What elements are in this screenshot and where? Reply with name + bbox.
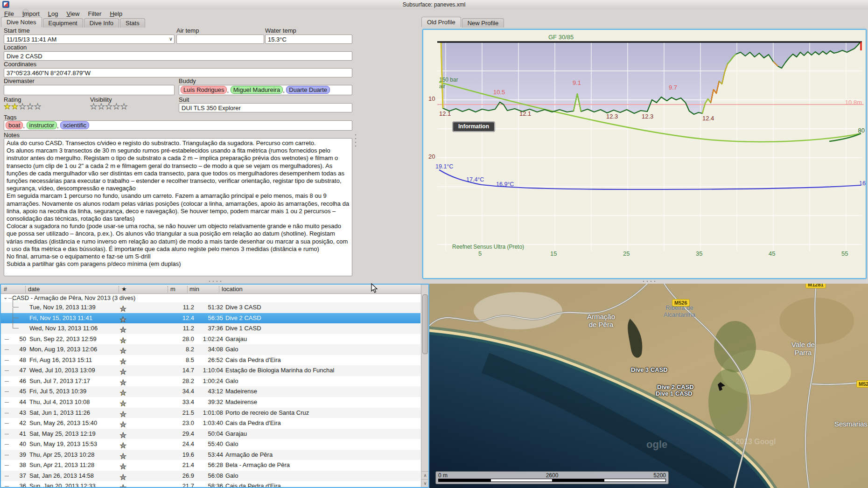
rating-stars[interactable]: ★★★★★ <box>4 102 42 112</box>
dive-date: Sun, Jan 20, 2013 12:33 <box>29 482 96 488</box>
star-icon[interactable]: ★ <box>11 102 19 111</box>
tab-stats[interactable]: Stats <box>120 18 145 28</box>
dive-row[interactable]: Tue, Nov 19, 2013 11:39 ★★★★★ 11.2 51:32… <box>1 302 420 313</box>
star-icon[interactable]: ★ <box>113 102 120 111</box>
tags-label: Tags <box>4 114 16 121</box>
tab-new-profile[interactable]: New Profile <box>462 18 504 28</box>
dive-location: Cais da Pedra d'Eira <box>225 356 281 363</box>
vertical-splitter-handle[interactable] <box>355 133 357 147</box>
dive-location: Porto de recreio de Santa Cruz <box>225 409 309 416</box>
menu-log[interactable]: Log <box>44 9 63 18</box>
star-icon[interactable]: ★ <box>27 102 34 111</box>
visibility-stars[interactable]: ★★★★★ <box>90 102 128 112</box>
dive-list[interactable]: # date ★ m min location ⌄ CASD - Armação… <box>0 284 429 488</box>
tab-old-profile[interactable]: Old Profile <box>421 17 461 27</box>
dive-profile-chart[interactable]: GF 30/85 10 20 150 bar air 10.8m 80 10.5… <box>422 29 867 279</box>
dive-list-scrollbar[interactable]: ∧ ∨ <box>421 285 428 487</box>
chip-boat[interactable]: boat <box>6 121 23 129</box>
air-temp-field[interactable] <box>176 35 264 44</box>
dive-row[interactable]: 44 Thu, Jul 4, 2013 10:08 ★★★★★ 33.4 39:… <box>1 397 420 408</box>
scroll-up-button[interactable]: ∧ <box>421 471 429 479</box>
star-icon[interactable]: ★ <box>34 102 42 111</box>
star-icon[interactable]: ★ <box>90 102 98 111</box>
tab-dive-info[interactable]: Dive Info <box>84 18 119 28</box>
dive-date: Sun, Sep 22, 2013 12:59 <box>29 335 97 342</box>
dive-date: Sat, Jun 1, 2013 11:26 <box>29 409 90 416</box>
dive-row[interactable]: 39 Thu, Apr 25, 2013 10:28 ★★★★★ 19.6 53… <box>1 450 420 460</box>
dive-row[interactable]: 41 Sat, May 25, 2013 12:19 ★★★★★ 29.4 50… <box>1 429 420 439</box>
notes-textarea[interactable]: Aula do curso CASD. Transectos c/video e… <box>4 138 352 276</box>
chip-instructor[interactable]: instructor <box>27 121 57 129</box>
star-icon[interactable]: ★ <box>98 102 105 111</box>
water-temp-field[interactable] <box>265 35 352 44</box>
time-tick: 25 <box>623 250 630 257</box>
star-icon: ★ <box>120 410 126 418</box>
depth-ann-peak: 10.5 <box>493 89 505 96</box>
coordinates-field[interactable] <box>4 68 352 77</box>
star-icon: ★ <box>120 389 126 397</box>
dive-duration: 1:01:08 <box>190 409 223 416</box>
buddy-label: Buddy <box>179 77 196 84</box>
chip-miguel-madureira[interactable]: Miguel Madureira <box>231 86 283 94</box>
buddy-field[interactable]: Luís Rodrigues, Miguel Madureira, Duarte… <box>179 85 352 95</box>
star-icon[interactable]: ★ <box>120 102 128 111</box>
title-bar[interactable]: Subsurface: paneves.xml <box>0 0 868 9</box>
pressure-end-label: 80 <box>858 127 865 134</box>
dive-site-map[interactable]: Armação de Pêra Ribeira de Alcantarilha … <box>429 284 868 488</box>
dive-number: 45 <box>13 388 26 395</box>
dive-row[interactable]: 50 Sun, Sep 22, 2013 12:59 ★★★★★ 28.0 1:… <box>1 334 420 345</box>
dive-row[interactable]: 45 Fri, Jul 5, 2013 10:39 ★★★★★ 34.4 43:… <box>1 386 420 397</box>
dive-row[interactable]: 36 Sun, Jan 20, 2013 12:33 ★★★★★ 21.7 58… <box>1 481 420 488</box>
menu-view[interactable]: View <box>63 9 84 18</box>
tab-equipment[interactable]: Equipment <box>43 18 83 28</box>
star-icon[interactable]: ★ <box>105 102 113 111</box>
profile-tab-bar: Old ProfileNew Profile <box>421 18 505 28</box>
scale-end: 5200 <box>653 472 666 479</box>
tree-stub <box>5 413 9 413</box>
dive-row[interactable]: 48 Fri, Aug 16, 2013 15:11 ★★★★★ 8.5 26:… <box>1 355 420 366</box>
scrollbar-thumb[interactable] <box>422 294 428 354</box>
suit-field[interactable] <box>179 103 352 112</box>
dive-row[interactable]: 49 Mon, Aug 19, 2013 12:06 ★★★★★ 8.2 34:… <box>1 344 420 355</box>
tags-field[interactable]: boat, instructor, scientific <box>4 120 352 131</box>
star-icon[interactable]: ★ <box>4 102 11 111</box>
dive-row[interactable]: Fri, Nov 15, 2013 11:41 ★★★★★ 12.4 56:35… <box>1 313 420 324</box>
dive-row[interactable]: 40 Sun, May 19, 2013 15:53 ★★★★★ 24.4 55… <box>1 439 420 450</box>
dive-number: 41 <box>13 430 26 437</box>
tree-stub <box>5 349 9 350</box>
depth-ann-peak: 9.1 <box>573 79 581 86</box>
scroll-down-button[interactable]: ∨ <box>421 479 429 487</box>
dive-row[interactable]: 38 Sun, Apr 21, 2013 11:28 ★★★★★ 21.4 56… <box>1 460 420 471</box>
dive-row[interactable]: 42 Sun, May 26, 2013 15:40 ★★★★★ 23.0 1:… <box>1 418 420 429</box>
dive-row[interactable]: 46 Sun, Jul 7, 2013 17:17 ★★★★★ 28.2 1:0… <box>1 376 420 387</box>
horizontal-splitter-handle[interactable] <box>208 280 222 282</box>
dive-row[interactable]: 47 Wed, Jul 10, 2013 13:09 ★★★★★ 14.7 1:… <box>1 365 420 376</box>
star-icon: ★ <box>120 441 126 450</box>
dive-flag-2[interactable]: Dive 2 CASD <box>657 383 694 390</box>
star-icon[interactable]: ★ <box>19 102 27 111</box>
scale-bar-segments <box>438 479 666 482</box>
chip-scientific[interactable]: scientific <box>60 121 89 129</box>
menu-help[interactable]: Help <box>105 9 126 18</box>
divemaster-field[interactable] <box>4 85 175 95</box>
dive-flag-1[interactable]: Dive 1 CASD <box>656 390 693 397</box>
chip-duarte-duarte[interactable]: Duarte Duarte <box>286 86 330 94</box>
tree-stub <box>5 434 9 434</box>
start-time-combobox[interactable] <box>4 35 175 44</box>
dive-row[interactable]: Wed, Nov 13, 2013 11:06 ★★★★★ 11.2 37:36… <box>1 323 420 334</box>
menu-filter[interactable]: Filter <box>84 9 105 18</box>
divemaster-label: Divemaster <box>4 77 35 84</box>
dive-number: 43 <box>13 409 26 416</box>
chip-luís-rodrigues[interactable]: Luís Rodrigues <box>181 86 227 94</box>
dive-table-body: Tue, Nov 19, 2013 11:39 ★★★★★ 11.2 51:32… <box>1 285 420 487</box>
tree-stub <box>5 465 9 466</box>
dive-row[interactable]: 43 Sat, Jun 1, 2013 11:26 ★★★★★ 21.5 1:0… <box>1 408 420 418</box>
horizontal-splitter-handle[interactable] <box>642 280 656 282</box>
chevron-down-icon[interactable]: ∨ <box>169 36 173 42</box>
dive-flag-3[interactable]: Dive 3 CASD <box>631 366 668 373</box>
map-canvas <box>429 284 868 488</box>
tab-dive-notes[interactable]: Dive Notes <box>1 17 42 27</box>
location-field[interactable] <box>4 51 352 61</box>
dive-row[interactable]: 37 Sat, Jan 26, 2013 14:58 ★★★★★ 26.9 56… <box>1 471 420 481</box>
time-tick: 15 <box>550 250 557 257</box>
